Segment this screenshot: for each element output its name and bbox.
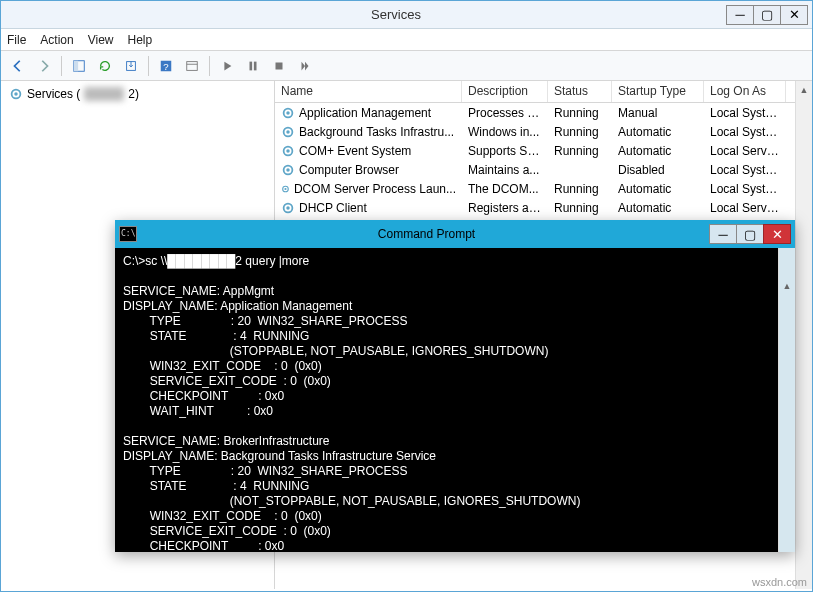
- window-buttons: ─ ▢ ✕: [727, 5, 808, 25]
- service-name: Application Management: [299, 106, 431, 120]
- cmd-titlebar[interactable]: Command Prompt ─ ▢ ✕: [115, 220, 795, 248]
- service-name: DHCP Client: [299, 201, 367, 215]
- toolbar: ?: [1, 51, 812, 81]
- svg-point-13: [286, 111, 290, 115]
- service-desc: Supports Sy...: [462, 143, 548, 159]
- svg-point-11: [14, 92, 18, 96]
- service-startup: Automatic: [612, 143, 704, 159]
- gear-icon: [9, 87, 23, 101]
- service-status: Running: [548, 124, 612, 140]
- service-desc: Registers an...: [462, 200, 548, 216]
- svg-point-19: [286, 168, 290, 172]
- tree-label-prefix: Services (: [27, 87, 80, 101]
- service-status: Running: [548, 200, 612, 216]
- gear-icon: [281, 106, 295, 120]
- back-button[interactable]: [7, 55, 29, 77]
- service-logon: Local Syste...: [704, 181, 786, 197]
- service-startup: Manual: [612, 105, 704, 121]
- svg-rect-1: [74, 60, 78, 71]
- svg-point-15: [286, 130, 290, 134]
- service-startup: Automatic: [612, 124, 704, 140]
- service-logon: Local Service: [704, 200, 786, 216]
- cmd-minimize-button[interactable]: ─: [709, 224, 737, 244]
- tree-label-suffix: 2): [128, 87, 139, 101]
- list-scrollbar[interactable]: ▲: [795, 81, 812, 589]
- cmd-scrollbar[interactable]: ▲: [778, 248, 795, 552]
- watermark: wsxdn.com: [752, 576, 807, 588]
- svg-rect-5: [187, 61, 198, 70]
- services-title: Services: [65, 7, 727, 22]
- service-status: [548, 169, 612, 171]
- refresh-button[interactable]: [94, 55, 116, 77]
- maximize-button[interactable]: ▢: [753, 5, 781, 25]
- gear-icon: [281, 125, 295, 139]
- tree-root[interactable]: Services (xxxx2): [7, 85, 268, 103]
- minimize-button[interactable]: ─: [726, 5, 754, 25]
- col-description[interactable]: Description: [462, 81, 548, 102]
- svg-point-21: [284, 187, 286, 189]
- svg-text:?: ?: [163, 60, 168, 71]
- help-button[interactable]: ?: [155, 55, 177, 77]
- table-row[interactable]: DCOM Server Process Laun...The DCOM...Ru…: [275, 179, 812, 198]
- gear-icon: [281, 163, 295, 177]
- table-row[interactable]: COM+ Event SystemSupports Sy...RunningAu…: [275, 141, 812, 160]
- col-status[interactable]: Status: [548, 81, 612, 102]
- svg-rect-7: [250, 61, 253, 70]
- close-button[interactable]: ✕: [780, 5, 808, 25]
- service-logon: Local Syste...: [704, 105, 786, 121]
- service-name: COM+ Event System: [299, 144, 411, 158]
- cmd-title: Command Prompt: [143, 227, 710, 241]
- svg-rect-8: [254, 61, 257, 70]
- cmd-maximize-button[interactable]: ▢: [736, 224, 764, 244]
- col-startup[interactable]: Startup Type: [612, 81, 704, 102]
- svg-point-23: [286, 206, 290, 210]
- restart-service-button[interactable]: [294, 55, 316, 77]
- service-startup: Disabled: [612, 162, 704, 178]
- table-row[interactable]: Application ManagementProcesses in...Run…: [275, 103, 812, 122]
- service-name: Computer Browser: [299, 163, 399, 177]
- show-hide-button[interactable]: [68, 55, 90, 77]
- table-row[interactable]: Computer BrowserMaintains a...DisabledLo…: [275, 160, 812, 179]
- service-desc: Windows in...: [462, 124, 548, 140]
- forward-button[interactable]: [33, 55, 55, 77]
- export-button[interactable]: [120, 55, 142, 77]
- scroll-up-icon[interactable]: ▲: [796, 81, 812, 98]
- start-service-button[interactable]: [216, 55, 238, 77]
- service-desc: Processes in...: [462, 105, 548, 121]
- menu-help[interactable]: Help: [128, 33, 153, 47]
- service-status: Running: [548, 105, 612, 121]
- menu-view[interactable]: View: [88, 33, 114, 47]
- menubar: File Action View Help: [1, 29, 812, 51]
- table-row[interactable]: DHCP ClientRegisters an...RunningAutomat…: [275, 198, 812, 217]
- services-titlebar[interactable]: Services ─ ▢ ✕: [1, 1, 812, 29]
- col-name[interactable]: Name: [275, 81, 462, 102]
- service-logon: Local Syste...: [704, 162, 786, 178]
- service-status: Running: [548, 143, 612, 159]
- menu-action[interactable]: Action: [40, 33, 73, 47]
- gear-icon: [281, 144, 295, 158]
- cmd-window-buttons: ─ ▢ ✕: [710, 224, 791, 244]
- service-desc: The DCOM...: [462, 181, 548, 197]
- service-name: DCOM Server Process Laun...: [294, 182, 456, 196]
- col-logon[interactable]: Log On As: [704, 81, 786, 102]
- stop-service-button[interactable]: [268, 55, 290, 77]
- service-name: Background Tasks Infrastru...: [299, 125, 454, 139]
- service-startup: Automatic: [612, 200, 704, 216]
- properties-button[interactable]: [181, 55, 203, 77]
- scroll-up-icon[interactable]: ▲: [779, 278, 795, 295]
- service-desc: Maintains a...: [462, 162, 548, 178]
- cmd-system-icon[interactable]: [119, 226, 137, 242]
- service-startup: Automatic: [612, 181, 704, 197]
- gear-icon: [281, 201, 295, 215]
- table-row[interactable]: Background Tasks Infrastru...Windows in.…: [275, 122, 812, 141]
- service-logon: Local Service: [704, 143, 786, 159]
- cmd-output[interactable]: C:\>sc \\████████2 query |more SERVICE_N…: [115, 248, 795, 552]
- svg-point-17: [286, 149, 290, 153]
- pause-service-button[interactable]: [242, 55, 264, 77]
- gear-icon: [281, 182, 290, 196]
- command-prompt-window: Command Prompt ─ ▢ ✕ C:\>sc \\████████2 …: [115, 220, 795, 552]
- svg-rect-9: [276, 62, 283, 69]
- menu-file[interactable]: File: [7, 33, 26, 47]
- redacted-host: xxxx: [84, 87, 124, 101]
- cmd-close-button[interactable]: ✕: [763, 224, 791, 244]
